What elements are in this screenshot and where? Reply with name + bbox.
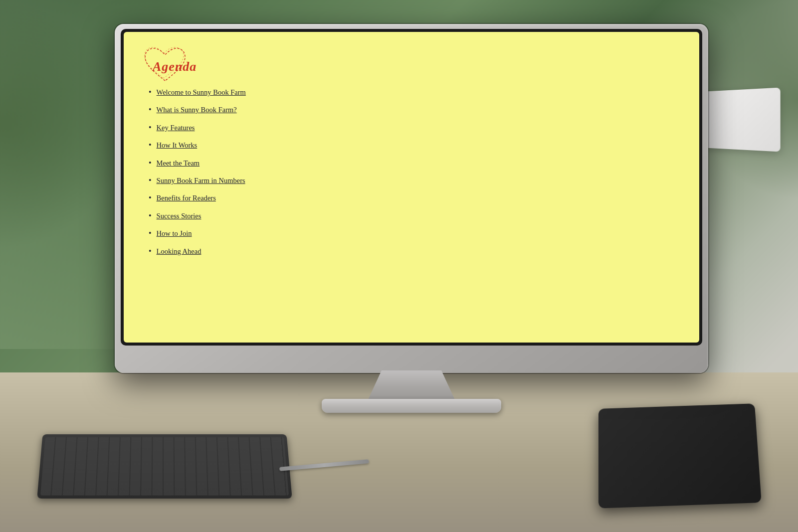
agenda-list-item: •Success Stories [149,210,246,221]
agenda-list-item: •Key Features [149,122,246,133]
screen: Agenda •Welcome to Sunny Book Farm•What … [124,32,699,343]
list-bullet: • [149,87,152,98]
tablet-device [598,403,762,508]
agenda-link[interactable]: Sunny Book Farm in Numbers [157,176,245,185]
agenda-list-item: •Welcome to Sunny Book Farm [149,87,246,98]
list-bullet: • [149,210,152,221]
agenda-link[interactable]: Success Stories [157,211,201,221]
agenda-list-item: •What is Sunny Book Farm? [149,104,246,115]
agenda-link[interactable]: Welcome to Sunny Book Farm [157,87,246,97]
list-bullet: • [149,246,152,257]
agenda-list-item: •Sunny Book Farm in Numbers [149,175,246,186]
agenda-list-item: •Benefits for Readers [149,192,246,203]
monitor-chin [115,346,708,373]
agenda-link[interactable]: How It Works [157,140,198,150]
agenda-list-item: •How It Works [149,140,246,151]
list-bullet: • [149,192,152,203]
agenda-list-item: •Meet the Team [149,158,246,169]
agenda-link[interactable]: Benefits for Readers [157,193,216,203]
agenda-link[interactable]: Key Features [157,123,195,133]
agenda-link[interactable]: How to Join [157,228,192,238]
list-bullet: • [149,104,152,115]
monitor: Agenda •Welcome to Sunny Book Farm•What … [115,24,708,373]
monitor-base [322,399,501,413]
agenda-list-item: •Looking Ahead [149,246,246,257]
agenda-link[interactable]: Meet the Team [157,158,200,168]
monitor-bezel: Agenda •Welcome to Sunny Book Farm•What … [121,29,702,346]
keyboard [37,434,292,499]
list-bullet: • [149,122,152,133]
desk-object [701,88,780,152]
list-bullet: • [149,158,152,169]
agenda-list: •Welcome to Sunny Book Farm•What is Sunn… [149,87,246,263]
list-bullet: • [149,228,152,239]
agenda-list-item: •How to Join [149,228,246,239]
agenda-link[interactable]: Looking Ahead [157,246,201,256]
agenda-link[interactable]: What is Sunny Book Farm? [157,105,237,115]
agenda-title: Agenda [153,59,197,74]
list-bullet: • [149,140,152,151]
list-bullet: • [149,175,152,186]
